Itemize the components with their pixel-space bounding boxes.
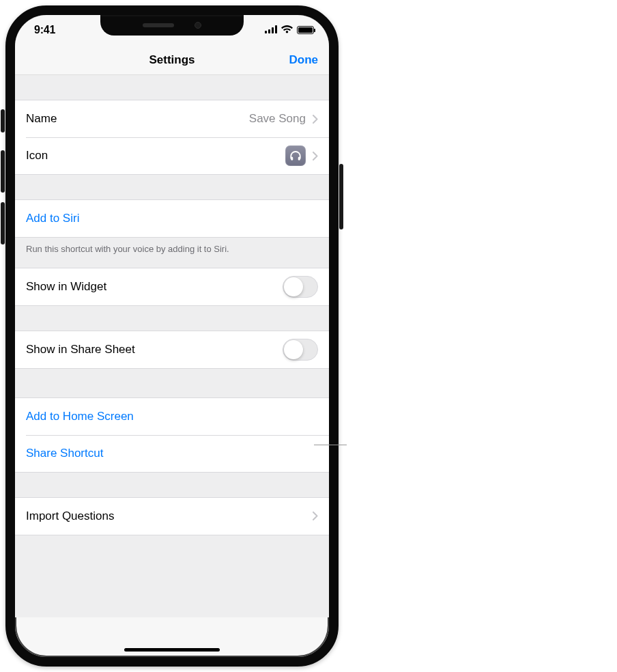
- row-add-to-home-screen[interactable]: Add to Home Screen: [15, 398, 329, 435]
- callout-line: [314, 445, 347, 445]
- row-add-to-home-screen-label: Add to Home Screen: [26, 410, 134, 423]
- side-button-power: [339, 164, 343, 229]
- navigation-bar: Settings Done: [15, 45, 329, 75]
- row-share-shortcut[interactable]: Share Shortcut: [15, 435, 329, 472]
- cellular-icon: [265, 24, 277, 36]
- group-siri: Add to Siri: [15, 199, 329, 238]
- svg-rect-0: [265, 31, 267, 33]
- row-show-in-widget: Show in Widget: [15, 268, 329, 305]
- home-indicator[interactable]: [124, 648, 220, 652]
- wifi-icon: [281, 24, 293, 36]
- front-camera: [195, 22, 201, 29]
- svg-rect-4: [291, 157, 293, 160]
- row-name[interactable]: Name Save Song: [15, 100, 329, 137]
- side-button-volume-down: [1, 202, 5, 244]
- group-basic: Name Save Song Icon: [15, 100, 329, 175]
- notch: [100, 15, 244, 36]
- svg-rect-1: [268, 29, 270, 33]
- svg-rect-5: [298, 157, 300, 160]
- row-import-questions-label: Import Questions: [26, 509, 114, 523]
- group-widget: Show in Widget: [15, 268, 329, 306]
- chevron-right-icon: [313, 152, 318, 160]
- row-import-questions[interactable]: Import Questions: [15, 498, 329, 535]
- widget-toggle[interactable]: [283, 276, 318, 298]
- chevron-right-icon: [313, 115, 318, 124]
- settings-content: Name Save Song Icon: [15, 75, 329, 617]
- svg-rect-3: [275, 25, 277, 33]
- side-button-volume-up: [1, 150, 5, 193]
- group-share-sheet: Show in Share Sheet: [15, 331, 329, 369]
- row-show-in-share-sheet-label: Show in Share Sheet: [26, 343, 135, 356]
- row-add-to-siri-label: Add to Siri: [26, 212, 79, 225]
- svg-rect-2: [272, 27, 274, 33]
- status-time: 9:41: [34, 24, 55, 36]
- row-name-label: Name: [26, 112, 57, 126]
- page-title: Settings: [149, 53, 195, 67]
- phone-frame: 9:41 Settings Done Name Save Song: [5, 5, 339, 667]
- speaker-grille: [143, 23, 174, 27]
- group-import: Import Questions: [15, 497, 329, 535]
- group-actions: Add to Home Screen Share Shortcut: [15, 397, 329, 473]
- done-button[interactable]: Done: [289, 45, 319, 74]
- share-sheet-toggle[interactable]: [283, 339, 318, 361]
- battery-icon: [297, 26, 314, 34]
- row-add-to-siri[interactable]: Add to Siri: [15, 200, 329, 237]
- chevron-right-icon: [313, 512, 318, 520]
- headphones-icon: [285, 145, 306, 166]
- side-button-silent: [1, 109, 5, 132]
- siri-footer: Run this shortcut with your voice by add…: [15, 238, 329, 255]
- row-icon[interactable]: Icon: [15, 137, 329, 174]
- row-show-in-widget-label: Show in Widget: [26, 280, 106, 294]
- row-show-in-share-sheet: Show in Share Sheet: [15, 331, 329, 368]
- row-name-value: Save Song: [249, 112, 306, 126]
- row-icon-label: Icon: [26, 149, 48, 163]
- row-share-shortcut-label: Share Shortcut: [26, 447, 103, 460]
